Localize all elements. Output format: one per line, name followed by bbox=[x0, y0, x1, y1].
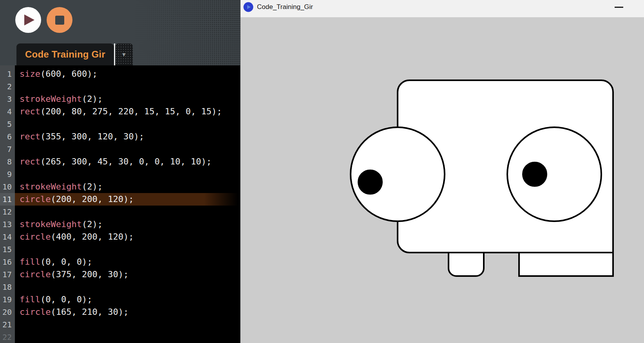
code-line[interactable]: 10strokeWeight(2); bbox=[0, 181, 240, 193]
code-text: size(600, 600); bbox=[15, 68, 240, 80]
code-line[interactable]: 15 bbox=[0, 243, 240, 256]
code-line[interactable]: 1size(600, 600); bbox=[0, 68, 240, 80]
code-text: fill(0, 0, 0); bbox=[15, 256, 240, 268]
code-line[interactable]: 22 bbox=[0, 331, 240, 343]
processing-sketch-icon bbox=[243, 2, 253, 12]
line-number: 14 bbox=[0, 231, 15, 243]
code-line[interactable]: 19fill(0, 0, 0); bbox=[0, 293, 240, 306]
sketch-tab[interactable]: Code Training Gir bbox=[16, 43, 114, 65]
code-text: strokeWeight(2); bbox=[15, 93, 240, 105]
sketch-window-title: Code_Training_Gir bbox=[257, 3, 313, 11]
code-line[interactable]: 18 bbox=[0, 281, 240, 293]
code-text bbox=[15, 331, 240, 343]
line-number: 11 bbox=[0, 193, 15, 206]
line-number: 15 bbox=[0, 243, 15, 256]
code-line[interactable]: 13strokeWeight(2); bbox=[0, 218, 240, 231]
code-text bbox=[15, 318, 240, 331]
line-number: 13 bbox=[0, 218, 15, 231]
line-number: 19 bbox=[0, 293, 15, 306]
code-line[interactable]: 5 bbox=[0, 118, 240, 130]
line-number: 7 bbox=[0, 143, 15, 155]
code-line[interactable]: 12 bbox=[0, 206, 240, 218]
code-line[interactable]: 9 bbox=[0, 168, 240, 181]
sketch-window: Code_Training_Gir bbox=[240, 0, 644, 343]
code-text: strokeWeight(2); bbox=[15, 181, 240, 193]
tab-bar: Code Training Gir ▼ bbox=[16, 43, 133, 65]
code-text bbox=[15, 243, 240, 256]
code-text bbox=[15, 206, 240, 218]
code-line[interactable]: 16fill(0, 0, 0); bbox=[0, 256, 240, 268]
sketch-titlebar[interactable]: Code_Training_Gir bbox=[241, 0, 644, 17]
line-number: 5 bbox=[0, 118, 15, 130]
code-line[interactable]: 3strokeWeight(2); bbox=[0, 93, 240, 105]
code-text: circle(400, 200, 120); bbox=[15, 231, 240, 243]
line-number: 18 bbox=[0, 281, 15, 293]
screen: Code Training Gir ▼ 1size(600, 600);23st… bbox=[0, 0, 644, 343]
line-number: 21 bbox=[0, 318, 15, 331]
code-text: fill(0, 0, 0); bbox=[15, 293, 240, 306]
code-text: circle(200, 200, 120); bbox=[15, 193, 240, 206]
line-number: 4 bbox=[0, 105, 15, 118]
chevron-down-icon: ▼ bbox=[121, 51, 127, 58]
code-line[interactable]: 17circle(375, 200, 30); bbox=[0, 268, 240, 281]
line-number: 12 bbox=[0, 206, 15, 218]
code-line[interactable]: 21 bbox=[0, 318, 240, 331]
play-icon bbox=[24, 14, 35, 26]
sketch-tab-label: Code Training Gir bbox=[25, 49, 105, 60]
code-line[interactable]: 8rect(265, 300, 45, 30, 0, 0, 10, 10); bbox=[0, 155, 240, 168]
line-number: 17 bbox=[0, 268, 15, 281]
run-button[interactable] bbox=[15, 7, 41, 33]
code-line[interactable]: 14circle(400, 200, 120); bbox=[0, 231, 240, 243]
sketch-drawing bbox=[241, 18, 644, 343]
code-text: rect(265, 300, 45, 30, 0, 0, 10, 10); bbox=[15, 155, 240, 168]
tab-menu-button[interactable]: ▼ bbox=[115, 43, 133, 65]
ide-toolbar: Code Training Gir ▼ bbox=[0, 0, 240, 65]
line-number: 10 bbox=[0, 181, 15, 193]
line-number: 3 bbox=[0, 93, 15, 105]
code-text: strokeWeight(2); bbox=[15, 218, 240, 231]
line-number: 22 bbox=[0, 331, 15, 343]
line-number: 20 bbox=[0, 306, 15, 318]
sketch-shape-circle bbox=[523, 162, 546, 186]
stop-button[interactable] bbox=[47, 7, 72, 33]
code-line[interactable]: 4rect(200, 80, 275, 220, 15, 15, 0, 15); bbox=[0, 105, 240, 118]
code-line[interactable]: 20circle(165, 210, 30); bbox=[0, 306, 240, 318]
code-text: rect(355, 300, 120, 30); bbox=[15, 130, 240, 143]
minimize-button[interactable] bbox=[610, 2, 628, 12]
code-line[interactable]: 7 bbox=[0, 143, 240, 155]
line-number: 16 bbox=[0, 256, 15, 268]
line-number: 8 bbox=[0, 155, 15, 168]
stop-icon bbox=[55, 16, 64, 25]
sketch-shape-rect bbox=[449, 253, 484, 276]
line-number: 1 bbox=[0, 68, 15, 80]
code-text bbox=[15, 143, 240, 155]
code-text bbox=[15, 281, 240, 293]
code-line[interactable]: 6rect(355, 300, 120, 30); bbox=[0, 130, 240, 143]
code-line[interactable]: 2 bbox=[0, 80, 240, 93]
code-text bbox=[15, 118, 240, 130]
line-number: 9 bbox=[0, 168, 15, 181]
editor-lines: 1size(600, 600);23strokeWeight(2);4rect(… bbox=[0, 68, 240, 343]
code-text: circle(375, 200, 30); bbox=[15, 268, 240, 281]
processing-ide: Code Training Gir ▼ 1size(600, 600);23st… bbox=[0, 0, 240, 343]
code-editor[interactable]: 1size(600, 600);23strokeWeight(2);4rect(… bbox=[0, 65, 240, 343]
sketch-shape-circle bbox=[358, 170, 382, 194]
line-number: 2 bbox=[0, 80, 15, 93]
code-text bbox=[15, 80, 240, 93]
code-text: circle(165, 210, 30); bbox=[15, 306, 240, 318]
sketch-canvas bbox=[241, 17, 644, 343]
code-text: rect(200, 80, 275, 220, 15, 15, 0, 15); bbox=[15, 105, 240, 118]
minimize-icon bbox=[615, 7, 623, 8]
code-line[interactable]: 11circle(200, 200, 120); bbox=[0, 193, 240, 206]
code-text bbox=[15, 168, 240, 181]
line-number: 6 bbox=[0, 130, 15, 143]
sketch-shape-rect bbox=[519, 253, 613, 276]
sketch-shape-circle bbox=[507, 127, 601, 221]
